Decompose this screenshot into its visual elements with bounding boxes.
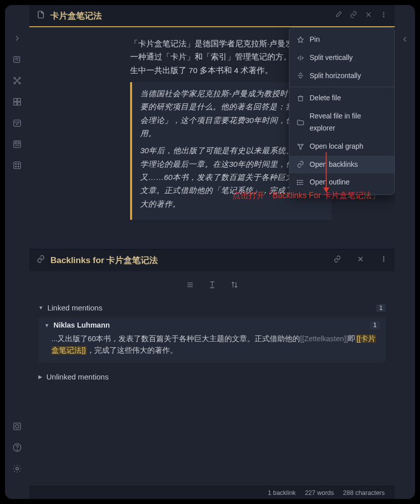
svg-point-5: [14, 82, 15, 84]
svg-rect-38: [298, 97, 303, 101]
svg-point-25: [18, 166, 19, 167]
collapse-right-icon[interactable]: [400, 34, 410, 44]
unlinked-mentions-label: Unlinked mentions: [46, 372, 108, 381]
grid-icon[interactable]: [12, 97, 22, 107]
svg-point-55: [383, 257, 384, 258]
backlink-file-count: 1: [370, 321, 380, 329]
backlink-snippet[interactable]: ...又出版了60本书，发表了数百篇关于各种巨大主题的文章。正式借助他的[[Ze…: [44, 333, 380, 356]
document-icon: [36, 10, 45, 22]
svg-point-56: [383, 259, 384, 260]
editor-tab-header: 卡片盒笔记法: [29, 5, 395, 27]
svg-point-7: [16, 80, 18, 81]
backlinks-toolbar: [38, 277, 386, 300]
annotation-arrow: [326, 152, 327, 192]
random-icon[interactable]: [12, 160, 22, 170]
svg-point-27: [16, 425, 19, 428]
editor-title[interactable]: 卡片盒笔记法: [50, 10, 329, 22]
svg-rect-14: [14, 102, 17, 105]
menu-pin[interactable]: Pin: [289, 31, 394, 49]
linked-mentions-label: Linked mentions: [47, 303, 102, 312]
left-ribbon: [5, 5, 29, 499]
help-icon[interactable]: [12, 443, 22, 453]
unlinked-mentions-section[interactable]: ▶ Unlinked mentions: [38, 369, 386, 384]
svg-point-30: [16, 468, 19, 470]
svg-point-3: [14, 77, 15, 79]
svg-point-22: [15, 163, 16, 164]
svg-point-57: [383, 261, 384, 262]
graph-icon[interactable]: [12, 76, 22, 86]
triangle-down-icon: ▼: [44, 323, 49, 328]
template-icon[interactable]: [12, 139, 22, 149]
svg-line-11: [18, 81, 19, 83]
status-char-count[interactable]: 288 characters: [343, 489, 385, 496]
tab-context-menu: Pin Split vertically Split horizontally …: [289, 27, 395, 195]
backlink-file-header[interactable]: ▼ Niklas Luhmann 1: [44, 321, 380, 329]
linked-mentions-count: 1: [376, 304, 386, 312]
svg-rect-19: [15, 142, 19, 144]
svg-rect-0: [14, 56, 20, 62]
backlinks-close-icon[interactable]: [356, 255, 365, 266]
menu-split-vertically[interactable]: Split vertically: [289, 49, 394, 67]
link-icon[interactable]: [349, 11, 357, 21]
svg-rect-21: [14, 162, 20, 168]
svg-rect-12: [14, 98, 17, 101]
svg-rect-16: [14, 120, 20, 127]
svg-point-35: [383, 16, 384, 17]
menu-open-backlinks[interactable]: Open backlinks: [289, 156, 394, 174]
backlink-file-group: ▼ Niklas Luhmann 1 ...又出版了60本书，发表了数百篇关于各…: [38, 317, 386, 362]
backlinks-icon: [36, 255, 45, 266]
backlinks-link-icon[interactable]: [333, 255, 341, 266]
collapse-results-icon[interactable]: [186, 280, 195, 291]
backlinks-header: Backlinks for 卡片盒笔记法: [29, 249, 395, 271]
svg-rect-13: [18, 98, 21, 101]
right-ribbon: [395, 5, 415, 499]
backlink-file-name: Niklas Luhmann: [53, 321, 110, 329]
svg-point-6: [19, 82, 20, 84]
expand-sidebar-icon[interactable]: [12, 33, 22, 43]
svg-point-33: [383, 12, 384, 13]
svg-point-51: [297, 182, 297, 183]
status-backlink-count[interactable]: 1 backlink: [268, 489, 296, 496]
svg-point-50: [297, 180, 297, 181]
svg-line-8: [15, 79, 17, 80]
status-word-count[interactable]: 227 words: [305, 489, 334, 496]
svg-line-44: [299, 145, 301, 148]
svg-point-23: [18, 163, 19, 164]
svg-line-10: [15, 81, 17, 83]
sort-order-icon[interactable]: [230, 280, 239, 291]
svg-point-24: [15, 166, 16, 167]
editor-body[interactable]: 「卡片盒笔记法」是德国学者尼克拉斯·卢曼发明的一种「方法」，它是一种通过「卡片」…: [29, 27, 395, 249]
show-more-context-icon[interactable]: [208, 280, 217, 291]
edit-icon[interactable]: [334, 11, 342, 21]
daily-notes-icon[interactable]: [12, 118, 22, 128]
status-bar: 1 backlink 227 words 288 characters: [29, 486, 395, 499]
menu-open-local-graph[interactable]: Open local graph: [289, 138, 394, 156]
vault-icon[interactable]: [12, 421, 22, 431]
settings-icon[interactable]: [12, 464, 22, 474]
backlinks-body: ▼ Linked mentions 1 ▼ Niklas Luhmann 1 .…: [29, 271, 395, 486]
more-icon[interactable]: [380, 11, 388, 21]
menu-split-horizontally[interactable]: Split horizontally: [289, 67, 394, 85]
svg-line-9: [18, 79, 19, 80]
svg-line-45: [301, 145, 303, 148]
annotation-label: 点击打开「Backlinks For 卡片盒笔记法」: [232, 188, 380, 202]
menu-reveal-file[interactable]: Reveal file in file explorer: [289, 107, 394, 138]
svg-point-34: [383, 14, 384, 15]
triangle-down-icon: ▼: [38, 305, 43, 310]
close-tab-icon[interactable]: [365, 11, 373, 21]
svg-point-43: [300, 148, 302, 149]
backlinks-more-icon[interactable]: [380, 255, 388, 266]
svg-point-4: [19, 77, 20, 79]
menu-delete-file[interactable]: Delete file: [289, 89, 394, 107]
main-column: 卡片盒笔记法 「卡片盒笔记法」是德国学者尼克拉斯·卢曼发明的一种「方法」，它是一…: [29, 5, 395, 499]
svg-point-29: [17, 450, 18, 450]
linked-mentions-section[interactable]: ▼ Linked mentions 1: [38, 300, 386, 315]
files-icon[interactable]: [12, 54, 22, 65]
backlinks-title: Backlinks for 卡片盒笔记法: [50, 255, 328, 266]
triangle-right-icon: ▶: [38, 374, 42, 380]
app-window: 卡片盒笔记法 「卡片盒笔记法」是德国学者尼克拉斯·卢曼发明的一种「方法」，它是一…: [5, 5, 415, 499]
svg-point-52: [297, 184, 297, 185]
svg-rect-26: [14, 423, 20, 429]
svg-rect-15: [18, 102, 21, 105]
